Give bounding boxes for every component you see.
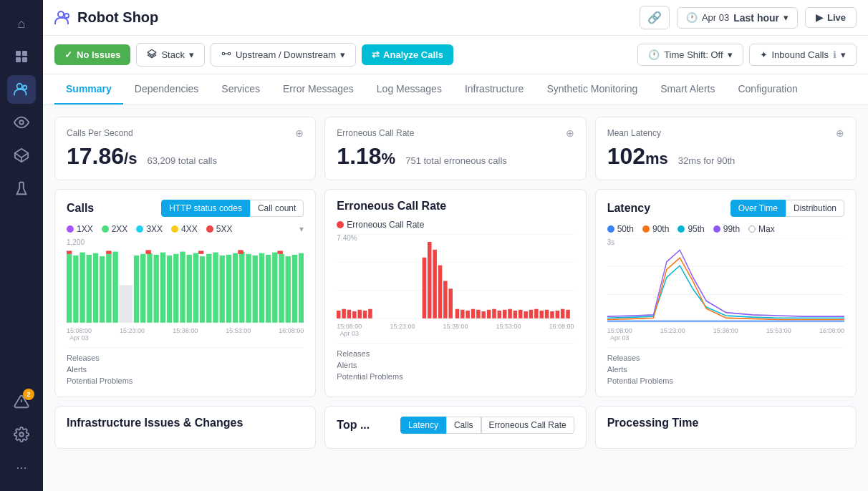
legend-50th: 50th [607, 224, 634, 234]
erroneous-chart-footer: Releases Alerts Potential Problems [337, 343, 574, 382]
upstream-label: Upstream / Downstream [236, 49, 336, 60]
tab-infrastructure[interactable]: Infrastructure [453, 74, 535, 104]
svg-rect-26 [120, 285, 132, 322]
erroneous-potential-problems-row[interactable]: Potential Problems [337, 371, 574, 382]
svg-rect-95 [556, 311, 560, 319]
calls-chart-svg: // Generated bar chart [67, 238, 304, 324]
tab-log-messages[interactable]: Log Messages [365, 74, 453, 104]
tab-error-messages[interactable]: Error Messages [271, 74, 365, 104]
latency-zoom-icon[interactable]: ⊕ [836, 127, 844, 139]
time-shift-label: Time Shift: Off [664, 49, 723, 60]
svg-point-13 [64, 14, 69, 18]
calls-potential-problems-row[interactable]: Potential Problems [67, 375, 304, 387]
metric-cards-row: Calls Per Second ⊕ 17.86/s 63,209 total … [54, 117, 857, 180]
top-calls-btn[interactable]: Calls [446, 417, 481, 434]
legend-erroneous-label: Erroneous Call Rate [347, 220, 424, 230]
chevron-upstream-icon: ▾ [340, 49, 345, 60]
chevron-inbound-icon: ▾ [841, 49, 846, 60]
top-erroneous-btn[interactable]: Erroneous Call Rate [481, 417, 574, 434]
legend-expand-icon[interactable]: ▾ [299, 224, 304, 234]
erroneous-zoom-icon[interactable]: ⊕ [566, 127, 574, 139]
tab-smart-alerts[interactable]: Smart Alerts [649, 74, 726, 104]
chart-cards-row: Calls HTTP status codes Call count 1XX 2… [54, 189, 857, 397]
tab-configuration[interactable]: Configuration [726, 74, 809, 104]
stack-label: Stack [161, 49, 185, 60]
erroneous-sub: 751 total erroneous calls [405, 155, 507, 166]
erroneous-number: 1.18% [337, 143, 395, 170]
erroneous-chart-card: Erroneous Call Rate Erroneous Call Rate … [324, 189, 586, 397]
svg-rect-45 [253, 256, 258, 323]
link-button[interactable]: 🔗 [640, 6, 670, 29]
inbound-calls-button[interactable]: ✦ Inbound Calls ℹ ▾ [749, 44, 857, 66]
http-status-btn[interactable]: HTTP status codes [161, 200, 250, 217]
calls-chart-title: Calls [67, 202, 94, 215]
svg-rect-38 [206, 254, 211, 323]
latency-chart-svg [607, 238, 844, 324]
svg-rect-84 [498, 311, 502, 319]
x-label-3: 15:53:00 [226, 327, 251, 341]
legend-1xx-label: 1XX [77, 224, 93, 234]
latency-releases-row[interactable]: Releases [607, 352, 844, 364]
svg-rect-47 [266, 255, 271, 323]
distribution-btn[interactable]: Distribution [786, 200, 844, 217]
tab-summary[interactable]: Summary [54, 74, 123, 104]
dashboard-icon[interactable] [7, 42, 36, 71]
flask-icon[interactable] [7, 174, 36, 203]
legend-5xx-dot [206, 225, 213, 233]
e-x-label-4: 16:08:00 [549, 323, 574, 337]
analyze-calls-button[interactable]: ⇄ Analyze Calls [362, 44, 453, 65]
legend-1xx-dot [67, 225, 74, 233]
latency-x-axis: 15:08:00Apr 03 15:23:00 15:38:00 15:53:0… [607, 327, 844, 341]
erroneous-alerts-row[interactable]: Alerts [337, 359, 574, 371]
warning-icon[interactable]: 2 [7, 387, 36, 416]
erroneous-y-label: 7.40% [337, 234, 357, 242]
svg-rect-42 [233, 253, 238, 323]
calls-releases-row[interactable]: Releases [67, 352, 304, 364]
calls-value: 17.86 [67, 143, 124, 169]
svg-rect-66 [352, 311, 357, 319]
svg-rect-30 [153, 255, 158, 323]
infrastructure-issues-card: Infrastructure Issues & Changes [54, 406, 316, 449]
chevron-time-shift-icon: ▾ [728, 49, 733, 60]
tab-dependencies[interactable]: Dependencies [123, 74, 211, 104]
svg-rect-83 [493, 309, 497, 319]
e-x-label-3: 15:53:00 [496, 323, 521, 337]
latency-alerts-row[interactable]: Alerts [607, 364, 844, 375]
more-icon[interactable]: ··· [7, 453, 36, 482]
top-latency-btn[interactable]: Latency [400, 417, 446, 434]
time-picker-button[interactable]: 🕐 Apr 03 Last hour ▾ [677, 7, 798, 29]
latency-potential-problems-row[interactable]: Potential Problems [607, 375, 844, 387]
svg-rect-67 [358, 310, 362, 319]
info-icon: ℹ [833, 49, 836, 60]
legend-max: Max [748, 224, 775, 234]
calls-chart-card: Calls HTTP status codes Call count 1XX 2… [54, 189, 316, 397]
eye-icon[interactable] [7, 108, 36, 137]
main-content: Robot Shop 🔗 🕐 Apr 03 Last hour ▾ ▶ Live… [43, 0, 868, 491]
svg-rect-19 [73, 256, 78, 323]
no-issues-button[interactable]: ✓ No Issues [54, 44, 130, 65]
svg-rect-87 [513, 311, 518, 319]
calls-alerts-row[interactable]: Alerts [67, 364, 304, 375]
calls-unit: /s [124, 150, 137, 167]
time-shift-button[interactable]: 🕐 Time Shift: Off ▾ [637, 44, 743, 66]
latency-chart-footer: Releases Alerts Potential Problems [607, 347, 844, 387]
erroneous-releases-row[interactable]: Releases [337, 348, 574, 359]
settings-icon[interactable] [7, 420, 36, 449]
calls-zoom-icon[interactable]: ⊕ [295, 127, 304, 139]
legend-max-label: Max [758, 224, 775, 234]
svg-rect-89 [524, 311, 529, 319]
upstream-downstream-button[interactable]: Upstream / Downstream ▾ [211, 43, 356, 67]
svg-rect-2 [16, 57, 21, 62]
call-count-btn[interactable]: Call count [250, 200, 304, 217]
over-time-btn[interactable]: Over Time [730, 200, 786, 217]
tab-services[interactable]: Services [210, 74, 271, 104]
stack-button[interactable]: Stack ▾ [136, 43, 205, 67]
latency-chart-header: Latency Over Time Distribution [607, 200, 844, 217]
x-label-0: 15:08:00Apr 03 [67, 327, 92, 341]
tab-synthetic-monitoring[interactable]: Synthetic Monitoring [535, 74, 649, 104]
layers-icon[interactable] [7, 141, 36, 170]
user-group-icon[interactable] [7, 75, 36, 104]
home-icon[interactable]: ⌂ [7, 9, 36, 38]
legend-2xx: 2XX [102, 224, 128, 234]
live-button[interactable]: ▶ Live [805, 7, 857, 28]
